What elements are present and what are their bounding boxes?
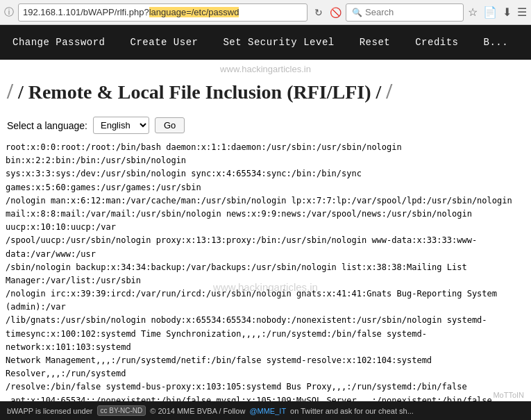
- content-line-10: Network Management,,,:/run/systemd/netif…: [6, 354, 525, 380]
- nav-change-password[interactable]: Change Password: [0, 25, 118, 60]
- search-icon: 🔍: [352, 8, 362, 17]
- footer-suffix: on Twitter and ask for our cheat sh...: [290, 407, 414, 415]
- page-title: / Remote & Local File Inclusion (RFI/LFI…: [0, 76, 531, 110]
- nav-create-user[interactable]: Create User: [118, 25, 211, 60]
- footer-twitter-link[interactable]: @MME_IT: [249, 407, 286, 415]
- footer-license-text: bWAPP is licensed under: [7, 407, 93, 415]
- nav-blog[interactable]: B...: [471, 25, 521, 60]
- content-line-3: /nologin man:x:6:12:man:/var/cache/man:/…: [6, 194, 525, 208]
- go-button[interactable]: Go: [155, 117, 185, 133]
- nav-set-security-level[interactable]: Set Security Level: [210, 25, 346, 60]
- url-path: /bWAPP/rlfi.php?: [81, 7, 149, 17]
- reload-button[interactable]: ↻: [312, 6, 326, 19]
- url-base: 192.168.1.101: [23, 7, 81, 17]
- url-info-icon: ⓘ: [4, 6, 14, 19]
- content-line-8: /lib/gnats:/usr/sbin/nologin nobody:x:65…: [6, 314, 525, 327]
- cc-badge: cc BY-NC-ND: [97, 405, 146, 416]
- url-highlight: language=/etc/passwd: [149, 7, 239, 17]
- language-select[interactable]: English French Spanish: [93, 117, 149, 134]
- url-bar[interactable]: 192.168.1.101 /bWAPP/rlfi.php? language=…: [18, 3, 307, 22]
- language-label: Select a language:: [7, 120, 87, 131]
- content-line-6: /sbin/nologin backup:x:34:34:backup:/var…: [6, 261, 525, 287]
- search-bar[interactable]: 🔍 Search: [346, 3, 464, 22]
- browser-bar: ⓘ 192.168.1.101 /bWAPP/rlfi.php? languag…: [0, 0, 531, 25]
- content-line-2: sys:x:3:3:sys:/dev:/usr/sbin/nologin syn…: [6, 167, 525, 194]
- footer-copyright: © 2014 MME BVBA / Follow: [150, 407, 245, 415]
- content-line-5: /spool/uucp:/usr/sbin/nologin proxy:x:13…: [6, 234, 525, 260]
- mottoin-logo: MoTToIN: [493, 391, 524, 399]
- bookmark-icon[interactable]: ☆: [468, 6, 478, 19]
- nav-bar: Change Password Create User Set Security…: [0, 25, 531, 60]
- reader-icon[interactable]: 📄: [483, 6, 497, 19]
- security-block-icon: 🚫: [330, 7, 342, 18]
- content-line-1: root:x:0:0:root:/root:/bin/bash daemon:x…: [6, 141, 525, 167]
- watermark-top: www.hackingarticles.in: [0, 60, 531, 76]
- content-line-4: mail:x:8:8:mail:/var/mail:/usr/sbin/nolo…: [6, 208, 525, 234]
- search-placeholder: Search: [365, 7, 394, 17]
- content-line-7: /nologin irc:x:39:39:ircd:/var/run/ircd:…: [6, 287, 525, 314]
- menu-icon[interactable]: ☰: [517, 6, 527, 19]
- footer: bWAPP is licensed under cc BY-NC-ND © 20…: [0, 401, 531, 420]
- nav-credits[interactable]: Credits: [403, 25, 471, 60]
- download-icon[interactable]: ⬇: [503, 6, 512, 19]
- content-line-9: timesync:x:100:102:systemd Time Synchron…: [6, 328, 525, 354]
- content-line-11: /resolve:/bin/false systemd-bus-proxy:x:…: [6, 380, 525, 394]
- language-selector-row: Select a language: English French Spanis…: [0, 110, 531, 141]
- nav-reset[interactable]: Reset: [347, 25, 403, 60]
- browser-toolbar: ☆ 📄 ⬇ ☰: [468, 6, 527, 19]
- content-area: www.hackingarticles.in root:x:0:0:root:/…: [0, 141, 531, 420]
